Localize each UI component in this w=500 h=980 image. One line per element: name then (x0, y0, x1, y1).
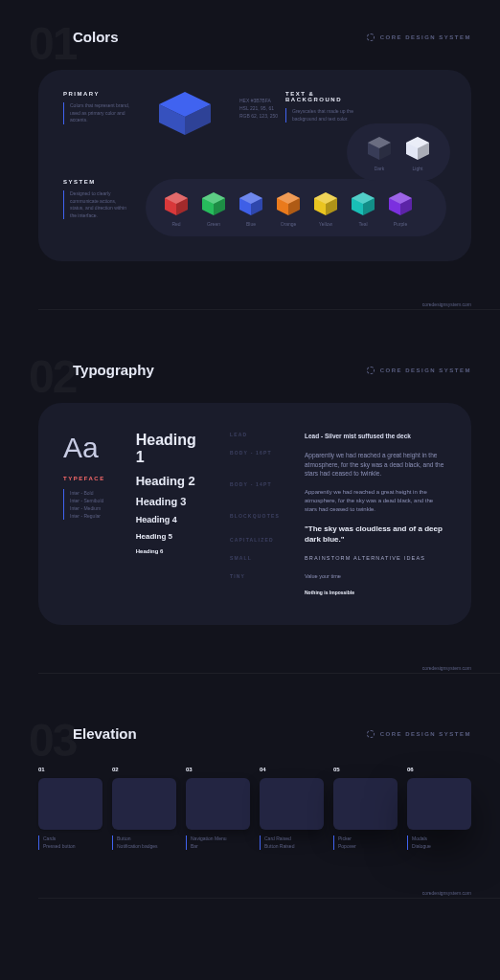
swatch-blue: Blue (238, 190, 264, 227)
swatch-light: Light (404, 135, 431, 171)
swatch-teal: Teal (350, 190, 376, 227)
swatch-purple: Purple (387, 190, 414, 227)
typography-card: Aa TYPEFACE Inter - Bold Inter - Semibol… (38, 403, 471, 625)
badge-ring-icon (367, 730, 375, 738)
primary-cube-icon (151, 87, 218, 140)
elevation-04: 04 Card Raised Button Raised (260, 767, 324, 850)
small-text: Value your time (305, 572, 446, 580)
badge-label: CORE DESIGN SYSTEM (380, 368, 471, 373)
heading-3: Heading 3 (136, 496, 205, 507)
heading-2: Heading 2 (136, 474, 205, 488)
elevation-box-icon (407, 778, 471, 830)
typeface-label: TYPEFACE (63, 476, 111, 481)
body16-text: Apparently we had reached a great height… (305, 451, 446, 479)
style-labels: LEAD BODY - 16PT BODY - 14PT BLOCKQUOTES… (230, 432, 280, 596)
section-number: 03 (29, 714, 76, 767)
typeface-weights: Inter - Bold Inter - Semibold Inter - Me… (63, 489, 111, 520)
system-label: SYSTEM (63, 179, 130, 185)
badge-ring-icon (367, 367, 375, 374)
badge: CORE DESIGN SYSTEM (367, 367, 471, 374)
elevation-03: 03 Navigation Menu Bar (186, 767, 250, 850)
elevation-box-icon (38, 778, 102, 830)
badge: CORE DESIGN SYSTEM (367, 730, 471, 738)
primary-label: PRIMARY (63, 91, 130, 97)
textbg-label: TEXT & BACKGROUND (285, 91, 362, 102)
swatch-green: Green (200, 190, 227, 227)
section-title: Elevation (73, 725, 137, 742)
heading-1: Heading 1 (136, 432, 205, 466)
badge-label: CORE DESIGN SYSTEM (380, 34, 471, 40)
section-number: 01 (29, 17, 76, 70)
body-col: Lead - Silver mist suffused the deck App… (305, 432, 446, 596)
type-sample: Aa (63, 432, 111, 464)
background-swatches: Dark Light (347, 123, 450, 181)
badge: CORE DESIGN SYSTEM (367, 33, 471, 41)
headings-col: Heading 1 Heading 2 Heading 3 Heading 4 … (136, 432, 205, 596)
elevation-box-icon (186, 778, 250, 830)
elevation-card: 01 Cards Pressed button 02 Button Notifi… (38, 767, 471, 850)
elevation-05: 05 Picker Popover (333, 767, 398, 850)
swatch-orange: Orange (275, 190, 302, 227)
heading-4: Heading 4 (136, 515, 205, 524)
heading-5: Heading 5 (136, 532, 205, 541)
swatch-yellow: Yellow (312, 190, 339, 227)
badge-ring-icon (367, 33, 375, 41)
lead-text: Lead - Silver mist suffused the deck (305, 432, 446, 441)
swatch-red: Red (163, 190, 190, 227)
section-colors: 01 Colors CORE DESIGN SYSTEM PRIMARY Col… (0, 0, 500, 271)
elevation-box-icon (260, 778, 324, 830)
elevation-01: 01 Cards Pressed button (38, 767, 102, 850)
primary-hsl: HSL 221, 95, 61 (239, 104, 278, 112)
elevation-box-icon (333, 778, 398, 830)
section-title: Typography (73, 362, 154, 378)
section-typography: 02 Typography CORE DESIGN SYSTEM Aa TYPE… (0, 333, 500, 635)
footer-link: coredesignsystem.com (38, 890, 500, 899)
body14-text: Apparently we had reached a great height… (305, 488, 446, 514)
colors-card: PRIMARY Colors that represent brand, use… (38, 70, 471, 261)
section-title: Colors (73, 29, 119, 45)
caps-text: BRAINSTORM ALTERNATIVE IDEAS (305, 554, 446, 562)
elevation-02: 02 Button Notification badges (112, 767, 176, 850)
blockquote-text: "The sky was cloudless and of a deep dar… (305, 523, 446, 545)
footer-link: coredesignsystem.com (38, 665, 500, 674)
badge-label: CORE DESIGN SYSTEM (380, 731, 471, 737)
elevation-box-icon (112, 778, 176, 830)
system-desc: Designed to clearly communicate actions,… (63, 190, 130, 219)
footer-link: coredesignsystem.com (38, 301, 500, 310)
elevation-06: 06 Modals Dialogue (407, 767, 471, 850)
primary-hex: HEX #3B7BFA (239, 97, 278, 104)
system-swatches: Red Green Blue Orange Yellow Teal Purple (146, 179, 446, 236)
heading-6: Heading 6 (136, 548, 205, 554)
section-number: 02 (29, 350, 76, 403)
section-elevation: 03 Elevation CORE DESIGN SYSTEM 01 Cards… (0, 697, 500, 859)
textbg-desc: Greyscales that made up the background a… (285, 108, 362, 122)
tiny-text: Nothing is Impossible (305, 590, 446, 597)
swatch-dark: Dark (366, 135, 393, 171)
primary-rgb: RGB 62, 123, 250 (239, 112, 278, 120)
primary-desc: Colors that represent brand, used as pri… (63, 102, 130, 124)
